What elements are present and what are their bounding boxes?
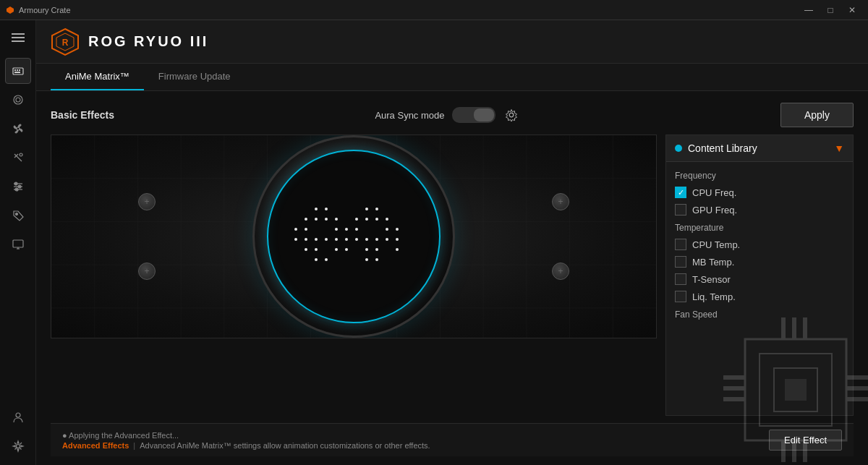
panel-dot-indicator	[675, 145, 682, 152]
cooler-inner-ring	[267, 150, 441, 323]
basic-effects-label: Basic Effects	[51, 109, 114, 121]
app-title: Armoury Crate	[19, 6, 71, 14]
panel-header: Content Library ▼	[666, 135, 853, 162]
cooler-preview-area	[51, 135, 657, 338]
checkbox-liq-temp[interactable]: Liq. Temp.	[675, 291, 844, 302]
checkbox-mb-temp[interactable]: MB Temp.	[675, 256, 844, 268]
bottom-left: ● Applying the Advanced Effect... Advanc…	[62, 431, 430, 450]
apply-button[interactable]: Apply	[780, 103, 854, 127]
top-bar: Basic Effects Aura Sync mode OFF Apply	[51, 103, 854, 127]
bottom-bar: ● Applying the Advanced Effect... Advanc…	[51, 423, 854, 456]
temperature-section-title: Temperature	[675, 223, 844, 233]
anime-matrix-display	[294, 197, 413, 276]
aura-icon	[12, 93, 25, 106]
checkbox-cpu-temp-label: CPU Temp.	[692, 239, 740, 250]
sidebar-bottom	[5, 404, 31, 459]
hamburger-line-2	[12, 37, 25, 38]
screw-top-right	[552, 193, 569, 210]
checkbox-cpu-freq-box[interactable]	[675, 187, 686, 198]
svg-rect-4	[19, 69, 20, 71]
frequency-section-title: Frequency	[675, 171, 844, 181]
checkbox-cpu-temp-box[interactable]	[675, 239, 686, 250]
svg-text:R: R	[62, 38, 69, 48]
sidebar-item-device[interactable]	[5, 58, 31, 84]
user-icon	[12, 411, 25, 424]
svg-point-27	[509, 113, 514, 117]
main-content: R ROG RYUO III AniMe Matrix™ Firmware Up…	[36, 20, 868, 465]
close-button[interactable]: ✕	[842, 3, 862, 17]
separator: |	[133, 441, 135, 450]
sidebar	[0, 20, 36, 465]
svg-point-11	[20, 153, 22, 156]
svg-point-22	[16, 413, 20, 417]
sidebar-item-settings2[interactable]	[5, 174, 31, 200]
sidebar-item-tag[interactable]	[5, 202, 31, 229]
panel-dropdown-arrow[interactable]: ▼	[834, 142, 844, 154]
checkbox-t-sensor[interactable]: T-Sensor	[675, 273, 844, 285]
titlebar-controls: — □ ✕	[799, 3, 862, 17]
svg-point-23	[16, 445, 20, 448]
svg-point-7	[16, 98, 20, 102]
svg-point-15	[14, 182, 17, 185]
hamburger-line-3	[12, 40, 25, 42]
minimize-button[interactable]: —	[799, 3, 819, 17]
cooler-preview	[51, 135, 656, 338]
app-icon	[6, 6, 14, 14]
checkbox-gpu-freq[interactable]: GPU Freq.	[675, 204, 844, 216]
right-panel: Content Library ▼ Frequency CPU Freq.	[665, 135, 854, 416]
svg-point-16	[18, 185, 21, 188]
fan-icon	[12, 122, 25, 135]
middle-area: Content Library ▼ Frequency CPU Freq.	[51, 135, 854, 416]
checkbox-cpu-freq-label: CPU Freq.	[692, 187, 736, 198]
gear-settings-icon	[505, 108, 518, 121]
checkbox-cpu-temp[interactable]: CPU Temp.	[675, 239, 844, 250]
cooler-outer-ring	[252, 135, 455, 338]
header: R ROG RYUO III	[36, 20, 868, 64]
sliders-icon	[12, 180, 25, 193]
sidebar-item-display[interactable]	[5, 231, 31, 257]
sidebar-item-aura[interactable]	[5, 87, 31, 113]
sidebar-item-user[interactable]	[5, 404, 31, 430]
checkbox-gpu-freq-label: GPU Freq.	[692, 205, 737, 216]
gear-icon	[12, 440, 25, 453]
tab-firmware-update[interactable]: Firmware Update	[144, 64, 245, 90]
svg-line-9	[14, 154, 22, 161]
checkbox-t-sensor-box[interactable]	[675, 273, 686, 285]
device-name: ROG RYUO III	[88, 33, 208, 50]
restore-button[interactable]: □	[820, 3, 841, 17]
rog-logo: R ROG RYUO III	[51, 27, 208, 56]
fan-speed-section-title: Fan Speed	[675, 310, 844, 320]
checkbox-liq-temp-box[interactable]	[675, 291, 686, 302]
checkbox-mb-temp-box[interactable]	[675, 256, 686, 268]
panel-body: Frequency CPU Freq. GPU Freq. Temperatur…	[666, 162, 853, 415]
toggle-knob	[474, 108, 494, 121]
panel-header-left: Content Library	[675, 142, 757, 154]
svg-rect-5	[14, 72, 20, 73]
svg-rect-3	[17, 69, 18, 71]
aura-sync-settings-button[interactable]	[503, 106, 520, 124]
app-body: R ROG RYUO III AniMe Matrix™ Firmware Up…	[0, 20, 868, 465]
sidebar-item-tools[interactable]	[5, 145, 31, 171]
svg-rect-19	[13, 240, 23, 247]
aura-sync-toggle[interactable]: OFF	[452, 107, 495, 123]
titlebar-left: Armoury Crate	[6, 6, 71, 14]
keyboard-icon	[12, 64, 25, 77]
advanced-effects-link[interactable]: Advanced Effects	[62, 441, 129, 450]
hamburger-menu[interactable]	[5, 26, 31, 49]
checkbox-gpu-freq-box[interactable]	[675, 204, 686, 216]
screw-bottom-right	[552, 263, 569, 280]
sidebar-item-gear[interactable]	[5, 433, 31, 459]
tab-anime-matrix[interactable]: AniMe Matrix™	[51, 64, 144, 90]
aura-sync-control: Aura Sync mode OFF	[375, 106, 519, 124]
svg-point-18	[15, 213, 17, 216]
sidebar-item-fan[interactable]	[5, 116, 31, 142]
checkbox-t-sensor-label: T-Sensor	[692, 274, 731, 285]
checkbox-cpu-freq[interactable]: CPU Freq.	[675, 187, 844, 198]
edit-effect-button[interactable]: Edit Effect	[769, 430, 842, 451]
hamburger-line-1	[12, 33, 25, 35]
preview-wrapper	[51, 135, 657, 416]
panel-title: Content Library	[688, 142, 757, 154]
checkbox-mb-temp-label: MB Temp.	[692, 257, 734, 268]
svg-marker-0	[7, 7, 14, 14]
aura-sync-label: Aura Sync mode	[375, 110, 444, 121]
